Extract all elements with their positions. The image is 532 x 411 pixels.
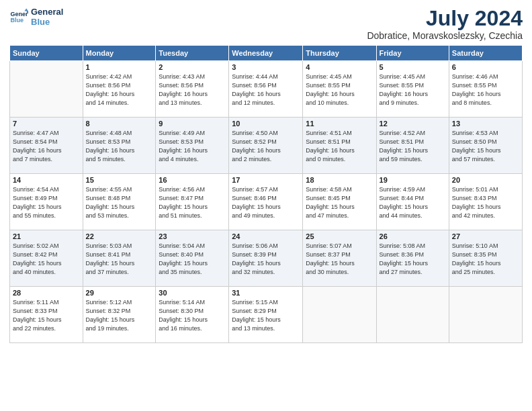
calendar-cell: 18Sunrise: 4:58 AM Sunset: 8:45 PM Dayli… — [303, 174, 376, 230]
day-info: Sunrise: 5:06 AM Sunset: 8:39 PM Dayligh… — [232, 242, 300, 277]
day-info: Sunrise: 5:02 AM Sunset: 8:42 PM Dayligh… — [13, 242, 80, 277]
calendar-week-row: 7Sunrise: 4:47 AM Sunset: 8:54 PM Daylig… — [10, 118, 523, 174]
calendar-cell: 14Sunrise: 4:54 AM Sunset: 8:49 PM Dayli… — [10, 174, 83, 230]
calendar-cell: 26Sunrise: 5:08 AM Sunset: 8:36 PM Dayli… — [376, 230, 449, 287]
day-number: 4 — [306, 63, 373, 71]
day-number: 15 — [86, 176, 153, 184]
calendar-cell — [449, 287, 522, 343]
day-number: 24 — [232, 232, 300, 240]
logo-icon: General Blue — [9, 7, 28, 26]
calendar-cell: 17Sunrise: 4:57 AM Sunset: 8:46 PM Dayli… — [229, 174, 303, 230]
day-number: 20 — [452, 176, 519, 184]
calendar-cell: 3Sunrise: 4:44 AM Sunset: 8:56 PM Daylig… — [229, 61, 303, 118]
svg-text:General: General — [10, 11, 28, 17]
calendar-cell: 15Sunrise: 4:55 AM Sunset: 8:48 PM Dayli… — [83, 174, 156, 230]
calendar-header-row: SundayMondayTuesdayWednesdayThursdayFrid… — [10, 46, 523, 61]
day-number: 19 — [380, 176, 446, 184]
calendar-cell: 24Sunrise: 5:06 AM Sunset: 8:39 PM Dayli… — [229, 230, 303, 287]
calendar-week-row: 21Sunrise: 5:02 AM Sunset: 8:42 PM Dayli… — [10, 230, 523, 287]
calendar-cell: 10Sunrise: 4:50 AM Sunset: 8:52 PM Dayli… — [229, 118, 303, 174]
calendar-header-sunday: Sunday — [10, 46, 83, 61]
calendar-header-monday: Monday — [83, 46, 156, 61]
day-number: 5 — [380, 63, 446, 71]
day-info: Sunrise: 4:56 AM Sunset: 8:47 PM Dayligh… — [159, 185, 226, 220]
calendar-cell: 21Sunrise: 5:02 AM Sunset: 8:42 PM Dayli… — [10, 230, 83, 287]
calendar-cell: 12Sunrise: 4:52 AM Sunset: 8:51 PM Dayli… — [376, 118, 449, 174]
calendar-cell — [10, 61, 83, 118]
day-number: 1 — [86, 63, 153, 71]
day-number: 18 — [306, 176, 373, 184]
calendar-cell: 7Sunrise: 4:47 AM Sunset: 8:54 PM Daylig… — [10, 118, 83, 174]
day-number: 22 — [86, 232, 153, 240]
calendar-cell: 16Sunrise: 4:56 AM Sunset: 8:47 PM Dayli… — [156, 174, 229, 230]
day-info: Sunrise: 4:51 AM Sunset: 8:51 PM Dayligh… — [306, 129, 373, 164]
day-info: Sunrise: 4:47 AM Sunset: 8:54 PM Dayligh… — [13, 129, 80, 164]
header: General Blue General Blue July 2024 Dobr… — [9, 7, 523, 41]
calendar-cell: 2Sunrise: 4:43 AM Sunset: 8:56 PM Daylig… — [156, 61, 229, 118]
logo: General Blue General Blue — [9, 7, 63, 27]
day-info: Sunrise: 4:57 AM Sunset: 8:46 PM Dayligh… — [232, 185, 300, 220]
day-info: Sunrise: 4:55 AM Sunset: 8:48 PM Dayligh… — [86, 185, 153, 220]
day-info: Sunrise: 5:12 AM Sunset: 8:32 PM Dayligh… — [86, 298, 153, 333]
calendar-cell — [303, 287, 376, 343]
svg-text:Blue: Blue — [10, 17, 24, 24]
day-info: Sunrise: 4:44 AM Sunset: 8:56 PM Dayligh… — [232, 73, 300, 107]
day-info: Sunrise: 5:03 AM Sunset: 8:41 PM Dayligh… — [86, 242, 153, 277]
calendar-cell: 19Sunrise: 4:59 AM Sunset: 8:44 PM Dayli… — [376, 174, 449, 230]
day-info: Sunrise: 4:49 AM Sunset: 8:53 PM Dayligh… — [159, 129, 226, 164]
calendar-cell: 11Sunrise: 4:51 AM Sunset: 8:51 PM Dayli… — [303, 118, 376, 174]
day-number: 2 — [159, 63, 226, 71]
day-info: Sunrise: 4:50 AM Sunset: 8:52 PM Dayligh… — [232, 129, 300, 164]
calendar-cell: 29Sunrise: 5:12 AM Sunset: 8:32 PM Dayli… — [83, 287, 156, 343]
day-info: Sunrise: 4:43 AM Sunset: 8:56 PM Dayligh… — [159, 73, 226, 107]
day-number: 21 — [13, 232, 80, 240]
day-number: 13 — [452, 120, 519, 128]
logo-general: General — [31, 7, 63, 17]
calendar-header-saturday: Saturday — [449, 46, 522, 61]
day-number: 30 — [159, 289, 226, 297]
calendar-cell: 22Sunrise: 5:03 AM Sunset: 8:41 PM Dayli… — [83, 230, 156, 287]
calendar-table: SundayMondayTuesdayWednesdayThursdayFrid… — [9, 45, 523, 343]
day-info: Sunrise: 4:58 AM Sunset: 8:45 PM Dayligh… — [306, 185, 373, 220]
day-info: Sunrise: 5:08 AM Sunset: 8:36 PM Dayligh… — [380, 242, 446, 277]
day-number: 31 — [232, 289, 300, 297]
day-number: 17 — [232, 176, 300, 184]
day-number: 3 — [232, 63, 300, 71]
svg-marker-2 — [24, 8, 28, 11]
day-number: 28 — [13, 289, 80, 297]
page: General Blue General Blue July 2024 Dobr… — [0, 0, 532, 411]
day-info: Sunrise: 5:11 AM Sunset: 8:33 PM Dayligh… — [13, 298, 80, 333]
day-number: 26 — [380, 232, 446, 240]
calendar-cell: 31Sunrise: 5:15 AM Sunset: 8:29 PM Dayli… — [229, 287, 303, 343]
day-number: 29 — [86, 289, 153, 297]
day-number: 8 — [86, 120, 153, 128]
day-info: Sunrise: 4:42 AM Sunset: 8:56 PM Dayligh… — [86, 73, 153, 107]
calendar-week-row: 1Sunrise: 4:42 AM Sunset: 8:56 PM Daylig… — [10, 61, 523, 118]
day-info: Sunrise: 4:48 AM Sunset: 8:53 PM Dayligh… — [86, 129, 153, 164]
title-block: July 2024 Dobratice, Moravskoslezsky, Cz… — [367, 7, 523, 41]
day-number: 16 — [159, 176, 226, 184]
calendar-cell: 6Sunrise: 4:46 AM Sunset: 8:55 PM Daylig… — [449, 61, 522, 118]
day-number: 10 — [232, 120, 300, 128]
day-info: Sunrise: 4:59 AM Sunset: 8:44 PM Dayligh… — [380, 185, 446, 220]
calendar-header-thursday: Thursday — [303, 46, 376, 61]
day-info: Sunrise: 5:04 AM Sunset: 8:40 PM Dayligh… — [159, 242, 226, 277]
calendar-cell: 9Sunrise: 4:49 AM Sunset: 8:53 PM Daylig… — [156, 118, 229, 174]
day-info: Sunrise: 5:14 AM Sunset: 8:30 PM Dayligh… — [159, 298, 226, 333]
calendar-cell: 27Sunrise: 5:10 AM Sunset: 8:35 PM Dayli… — [449, 230, 522, 287]
day-info: Sunrise: 4:53 AM Sunset: 8:50 PM Dayligh… — [452, 129, 519, 164]
calendar-cell: 28Sunrise: 5:11 AM Sunset: 8:33 PM Dayli… — [10, 287, 83, 343]
day-info: Sunrise: 4:46 AM Sunset: 8:55 PM Dayligh… — [452, 73, 519, 107]
day-info: Sunrise: 5:07 AM Sunset: 8:37 PM Dayligh… — [306, 242, 373, 277]
day-info: Sunrise: 4:45 AM Sunset: 8:55 PM Dayligh… — [380, 73, 446, 107]
calendar-cell: 1Sunrise: 4:42 AM Sunset: 8:56 PM Daylig… — [83, 61, 156, 118]
day-number: 12 — [380, 120, 446, 128]
calendar-cell: 20Sunrise: 5:01 AM Sunset: 8:43 PM Dayli… — [449, 174, 522, 230]
day-number: 23 — [159, 232, 226, 240]
main-title: July 2024 — [367, 7, 523, 30]
day-number: 11 — [306, 120, 373, 128]
day-info: Sunrise: 5:01 AM Sunset: 8:43 PM Dayligh… — [452, 185, 519, 220]
day-info: Sunrise: 5:10 AM Sunset: 8:35 PM Dayligh… — [452, 242, 519, 277]
calendar-cell: 30Sunrise: 5:14 AM Sunset: 8:30 PM Dayli… — [156, 287, 229, 343]
day-number: 9 — [159, 120, 226, 128]
